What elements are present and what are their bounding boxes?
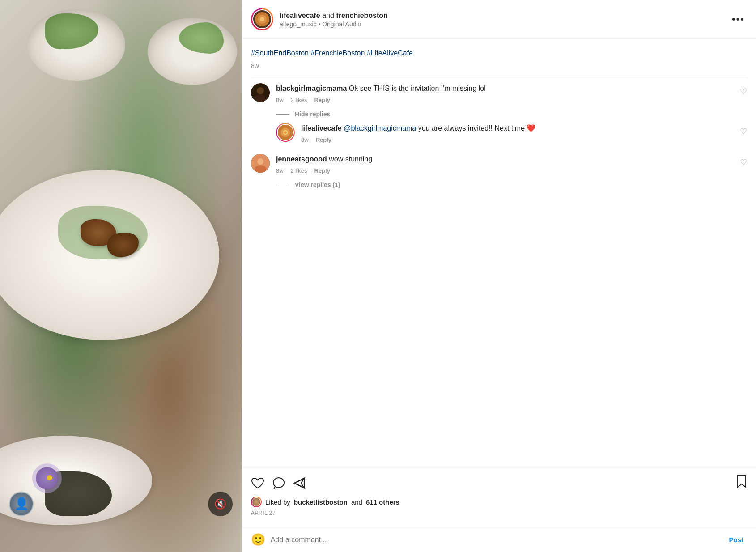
- reply-1: lifealivecafe @blackgirlmagicmama you ar…: [276, 123, 747, 143]
- commenter-username-1[interactable]: blackgirlmagicmama: [276, 85, 347, 92]
- commenter-avatar-image-2: [251, 154, 270, 173]
- comment-timestamp-2: 8w: [276, 167, 284, 174]
- reply-avatar-1[interactable]: [276, 123, 295, 142]
- hide-replies-label[interactable]: Hide replies: [295, 110, 330, 118]
- comment-actions-1: 8w 2 likes Reply: [276, 97, 747, 103]
- svg-point-11: [257, 158, 263, 165]
- conjunction-text: and: [320, 12, 336, 19]
- caption-hashtags[interactable]: #SouthEndBoston #FrenchieBoston #LifeAli…: [251, 48, 747, 59]
- comment-text-2: jenneatsgoood wow stunning: [276, 154, 747, 165]
- commenter-text-2: wow stunning: [329, 155, 372, 163]
- caption-timestamp: 8w: [251, 62, 747, 69]
- primary-username[interactable]: lifealivecafe: [280, 12, 320, 19]
- likes-row: Liked by bucketlistboston and 611 others: [251, 497, 747, 507]
- header-text-block: lifealivecafe and frenchieboston altego_…: [280, 11, 730, 28]
- comment-likes-2: 2 likes: [291, 167, 307, 174]
- comment-button[interactable]: [272, 477, 285, 489]
- comment-actions-2: 8w 2 likes Reply: [276, 167, 747, 174]
- post-author-avatar[interactable]: [251, 8, 273, 30]
- svg-point-9: [284, 131, 287, 134]
- liked-by-others[interactable]: 611 others: [366, 498, 399, 506]
- reply-body-1: lifealivecafe @blackgirlmagicmama you ar…: [301, 123, 747, 143]
- bookmark-icon: [736, 475, 747, 488]
- svg-point-4: [257, 87, 264, 94]
- liked-by-and: and: [351, 498, 362, 506]
- like-comment-2-button[interactable]: ♡: [740, 157, 747, 167]
- post-content-panel: lifealivecafe and frenchieboston altego_…: [242, 0, 756, 552]
- view-replies-label[interactable]: View replies (1): [295, 181, 340, 188]
- share-icon: [293, 477, 306, 489]
- mute-icon: 🔇: [214, 498, 226, 510]
- reply-text-1: lifealivecafe @blackgirlmagicmama you ar…: [301, 123, 747, 134]
- liker-avatar-inner: [252, 497, 261, 506]
- liker-avatar[interactable]: [251, 497, 262, 507]
- svg-point-2: [260, 17, 264, 21]
- post-image: 👤 🔇: [0, 0, 242, 552]
- comment-input[interactable]: [271, 536, 725, 544]
- action-icons-row: [251, 475, 747, 491]
- svg-marker-16: [294, 478, 304, 488]
- header-subtitle: altego_music • Original Audio: [280, 21, 730, 28]
- reply-button-2[interactable]: Reply: [314, 167, 330, 174]
- header-usernames: lifealivecafe and frenchieboston: [280, 11, 730, 21]
- add-comment-row: 🙂 Post: [242, 527, 756, 552]
- commenter-username-2[interactable]: jenneatsgoood: [276, 155, 327, 163]
- food-flower-center: [47, 475, 52, 480]
- comment-text-1: blackgirlmagicmama Ok see THIS is the in…: [276, 83, 747, 94]
- like-button[interactable]: [251, 477, 264, 489]
- commenter-avatar-2[interactable]: [251, 154, 270, 173]
- post-comment-button[interactable]: Post: [725, 534, 747, 545]
- reply-button-1[interactable]: Reply: [314, 97, 330, 103]
- reply-avatar-inner-1: [277, 124, 294, 141]
- share-button[interactable]: [293, 477, 306, 489]
- reply-actions-1: 8w Reply: [301, 136, 747, 143]
- reply-content-1: you are always invited!! Next time ❤️: [418, 124, 536, 132]
- view-replies-2[interactable]: View replies (1): [276, 181, 747, 188]
- commenter-avatar-image-1: [251, 83, 270, 102]
- commenter-text-1: Ok see THIS is the invitation I'm missin…: [349, 85, 486, 92]
- comment-likes-1: 2 likes: [291, 97, 307, 103]
- left-action-icons: [251, 477, 306, 489]
- reply-timestamp-1: 8w: [301, 136, 309, 143]
- caption-section: #SouthEndBoston #FrenchieBoston #LifeAli…: [251, 48, 747, 69]
- hide-replies-line: [276, 114, 289, 115]
- comments-area[interactable]: #SouthEndBoston #FrenchieBoston #LifeAli…: [242, 39, 756, 468]
- comment-body-1: blackgirlmagicmama Ok see THIS is the in…: [276, 83, 747, 103]
- like-comment-1-button[interactable]: ♡: [740, 87, 747, 97]
- reply-username-1[interactable]: lifealivecafe: [301, 124, 342, 132]
- post-date: APRIL 27: [251, 510, 747, 516]
- comment-body-2: jenneatsgoood wow stunning 8w 2 likes Re…: [276, 154, 747, 174]
- comment-timestamp-1: 8w: [276, 97, 284, 103]
- post-header: lifealivecafe and frenchieboston altego_…: [242, 0, 756, 39]
- post-user-avatar[interactable]: 👤: [9, 492, 34, 516]
- action-bar: Liked by bucketlistboston and 611 others…: [242, 468, 756, 527]
- heart-icon: [251, 477, 264, 489]
- liked-by-text: Liked by: [265, 498, 290, 506]
- comment-2: jenneatsgoood wow stunning 8w 2 likes Re…: [251, 154, 747, 174]
- secondary-username[interactable]: frenchieboston: [336, 12, 388, 19]
- more-options-button[interactable]: •••: [730, 11, 747, 27]
- comment-icon: [272, 477, 285, 489]
- like-reply-1-button[interactable]: ♡: [740, 127, 747, 136]
- mute-button[interactable]: 🔇: [208, 492, 233, 516]
- reply-mention-1[interactable]: @blackgirlmagicmama: [344, 124, 416, 132]
- author-avatar-image: [255, 12, 269, 26]
- comment-1: blackgirlmagicmama Ok see THIS is the in…: [251, 83, 747, 103]
- view-replies-line: [276, 185, 289, 185]
- hide-replies-1[interactable]: Hide replies: [276, 110, 747, 118]
- save-button[interactable]: [736, 475, 747, 491]
- emoji-picker-button[interactable]: 🙂: [251, 533, 265, 547]
- reply-avatar-image-1: [278, 124, 293, 140]
- liked-by-username[interactable]: bucketlistboston: [294, 498, 348, 506]
- audio-user[interactable]: altego_music: [280, 21, 317, 28]
- reply-reply-button-1[interactable]: Reply: [316, 136, 331, 143]
- audio-title[interactable]: Original Audio: [322, 21, 361, 28]
- commenter-avatar-1[interactable]: [251, 83, 270, 102]
